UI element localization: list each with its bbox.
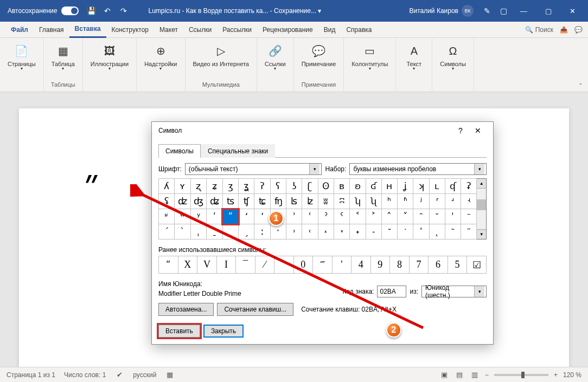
maximize-button[interactable]: ▢	[536, 0, 560, 22]
subset-select[interactable]: буквы изменения пробелов	[349, 163, 487, 175]
symbol-cell[interactable]: ʚ	[350, 179, 366, 194]
comment-button[interactable]: 💬Примечание	[298, 40, 340, 69]
tab-special-chars[interactable]: Специальные знаки	[201, 144, 275, 158]
symbol-cell[interactable]: ˍ	[207, 224, 223, 239]
tab-mailings[interactable]: Рассылки	[217, 22, 257, 38]
symbol-cell[interactable]: ʣ	[175, 194, 191, 209]
symbols-button[interactable]: ΩСимволы▾	[437, 40, 469, 73]
share-icon[interactable]: 📤	[560, 26, 568, 34]
symbol-cell[interactable]: ˁ	[334, 209, 350, 224]
symbol-cell[interactable]: ʛ	[366, 179, 381, 194]
recent-symbol-cell[interactable]: ‴	[313, 256, 333, 274]
symbol-cell[interactable]: ˌ	[190, 224, 207, 239]
symbol-cell[interactable]: ʐ	[190, 179, 207, 194]
symbol-cell[interactable]: ʶ	[159, 209, 175, 224]
autosave-toggle[interactable]: Автосохранение	[3, 7, 83, 15]
symbol-cell[interactable]: ʔ	[254, 179, 270, 194]
recent-symbol-cell[interactable]: 9	[370, 256, 390, 274]
language-indicator[interactable]: русский	[133, 371, 156, 379]
print-layout-icon[interactable]: ▤	[455, 370, 464, 380]
tab-symbols[interactable]: Символы	[158, 144, 201, 158]
zoom-in-button[interactable]: +	[554, 371, 558, 379]
symbol-cell[interactable]: ˏ	[239, 224, 254, 239]
undo-icon[interactable]: ↶	[101, 4, 114, 17]
autocorrect-button[interactable]: Автозамена...	[158, 303, 214, 316]
symbol-cell[interactable]: ˔	[318, 224, 334, 239]
header-footer-button[interactable]: ▭Колонтитулы▾	[348, 40, 391, 73]
symbol-cell[interactable]: ʏ	[175, 179, 191, 194]
illustrations-button[interactable]: 🖼Иллюстрации▾	[87, 40, 132, 73]
symbol-cell[interactable]: ˚	[413, 224, 429, 239]
dialog-close-button[interactable]: ✕	[469, 122, 487, 139]
symbol-cell[interactable]: ʖ	[286, 179, 302, 194]
symbol-cell[interactable]: ˀ	[318, 209, 334, 224]
symbol-cell[interactable]: ʯ	[366, 194, 381, 209]
symbol-cell[interactable]: ʡ	[461, 179, 477, 194]
symbol-cell[interactable]: ˃	[366, 209, 381, 224]
tab-design[interactable]: Конструктор	[106, 22, 154, 38]
symbol-cell[interactable]: ˛	[429, 224, 445, 239]
recent-symbol-cell[interactable]: ☑	[467, 256, 487, 274]
help-button[interactable]: ?	[452, 122, 469, 139]
symbol-cell[interactable]: ˑ	[270, 224, 286, 239]
symbol-cell[interactable]: ˈ	[445, 209, 461, 224]
symbol-cell[interactable]: ʺ	[222, 209, 238, 224]
zoom-slider[interactable]	[494, 374, 548, 376]
symbol-cell[interactable]: ʠ	[445, 179, 461, 194]
scroll-up-icon[interactable]: ▲	[477, 179, 486, 189]
scroll-thumb[interactable]	[477, 199, 486, 210]
symbol-cell[interactable]: ʙ	[334, 179, 350, 194]
symbol-cell[interactable]: ˆ	[413, 209, 429, 224]
symbol-cell[interactable]: ʮ	[350, 194, 366, 209]
symbol-cell[interactable]: ʼ	[254, 209, 270, 224]
recent-symbol-cell[interactable]: 7	[409, 256, 429, 274]
save-icon[interactable]: 💾	[85, 4, 98, 17]
table-button[interactable]: ▦Таблица▾	[48, 40, 78, 73]
pen-mode-icon[interactable]: ✎	[481, 4, 494, 17]
tab-home[interactable]: Главная	[34, 22, 69, 38]
symbol-cell[interactable]: ˇ	[429, 209, 445, 224]
symbol-cell[interactable]: ʭ	[334, 194, 350, 209]
symbol-cell[interactable]: ˂	[350, 209, 366, 224]
symbol-cell[interactable]: ʜ	[381, 179, 397, 194]
comments-icon[interactable]: 💬	[574, 26, 583, 34]
symbol-cell[interactable]: ʫ	[302, 194, 318, 209]
symbol-cell[interactable]: ʦ	[222, 194, 238, 209]
recent-symbol-cell[interactable]: 8	[390, 256, 410, 274]
symbol-cell[interactable]: ʗ	[302, 179, 318, 194]
recent-symbol-cell[interactable]: X	[178, 256, 197, 274]
page-indicator[interactable]: Страница 1 из 1	[7, 371, 55, 379]
recent-symbol-cell[interactable]: ′	[274, 256, 293, 274]
symbol-cell[interactable]: ˒	[286, 224, 302, 239]
symbol-cell[interactable]: ʞ	[413, 179, 429, 194]
web-layout-icon[interactable]: ▥	[470, 370, 480, 380]
ribbon-options-icon[interactable]: ▢	[497, 4, 510, 17]
symbol-cell[interactable]: ʻ	[239, 209, 254, 224]
symbol-cell[interactable]: ˓	[302, 224, 318, 239]
symbol-cell[interactable]: ʵ	[461, 194, 477, 209]
symbol-cell[interactable]: ʥ	[207, 194, 223, 209]
symbol-cell[interactable]: ː	[254, 224, 270, 239]
tab-help[interactable]: Справка	[341, 22, 377, 38]
redo-icon[interactable]: ↷	[117, 4, 130, 17]
text-button[interactable]: AТекст▾	[400, 40, 427, 73]
recent-symbol-cell[interactable]: V	[197, 256, 217, 274]
symbol-cell[interactable]: ʓ	[239, 179, 254, 194]
symbol-cell[interactable]: ˉ	[461, 209, 477, 224]
symbol-cell[interactable]: ʾ	[286, 209, 302, 224]
symbol-cell[interactable]: ˗	[366, 224, 381, 239]
symbol-cell[interactable]: ʑ	[207, 179, 223, 194]
symbol-cell[interactable]: ˜	[445, 224, 461, 239]
online-video-button[interactable]: ▷Видео из Интернета	[190, 40, 252, 69]
zoom-value[interactable]: 120 %	[563, 371, 581, 379]
symbol-cell[interactable]: ʸ	[190, 209, 207, 224]
symbol-cell[interactable]: ʩ	[270, 194, 286, 209]
scroll-down-icon[interactable]: ▼	[477, 229, 486, 239]
tab-references[interactable]: Ссылки	[183, 22, 217, 38]
recent-symbol-cell[interactable]: ¯	[236, 256, 255, 274]
from-select[interactable]: Юникод (шестн.)	[421, 286, 487, 297]
symbol-cell[interactable]: ʷ	[175, 209, 191, 224]
dialog-titlebar[interactable]: Символ ? ✕	[152, 122, 493, 139]
symbol-cell[interactable]: ʱ	[398, 194, 413, 209]
symbol-cell[interactable]: ʟ	[429, 179, 445, 194]
